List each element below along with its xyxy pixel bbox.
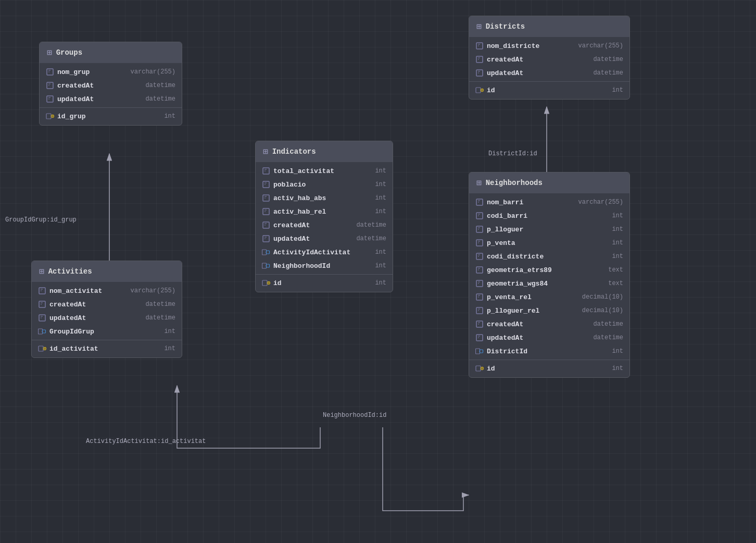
field-type-p_venta_rel: decimal(10) [582, 293, 623, 301]
table-indicators[interactable]: ⊞ Indicators total_activitat int poblaci… [255, 141, 393, 292]
svg-point-53 [482, 368, 483, 369]
pk-icon-id-neighborhoods [475, 364, 484, 373]
field-type-updatedAt-districts: datetime [593, 69, 623, 77]
relation-label-indicators-neighborhoods: NeighborhoodId:id [323, 412, 386, 419]
svg-rect-4 [46, 114, 51, 119]
svg-rect-42 [476, 267, 483, 273]
field-icon-geometria_etrs89 [475, 266, 484, 274]
field-createdAt-districts: createdAt datetime [469, 53, 629, 66]
field-icon-codi_barri [475, 212, 484, 220]
field-icon-total_activitat [262, 167, 270, 175]
svg-rect-38 [476, 213, 483, 219]
field-name-id_activitat: id_activitat [49, 345, 117, 353]
field-type-updatedAt-neighborhoods: datetime [593, 334, 623, 341]
field-icon-geometria_wgs84 [475, 279, 484, 288]
field-icon-createdAt-neighborhoods [475, 320, 484, 328]
field-createdAt-neighborhoods: createdAt datetime [469, 317, 629, 331]
table-activities[interactable]: ⊞ Activities nom_activitat varchar(255) … [31, 261, 182, 358]
table-icon-neighborhoods: ⊞ [476, 178, 482, 188]
svg-rect-13 [39, 346, 43, 351]
field-type-activ_hab_rel: int [375, 208, 386, 215]
field-nom_barri: nom_barri varchar(255) [469, 195, 629, 209]
field-icon-activ_hab_rel [262, 207, 270, 216]
field-name-p_venta_rel: p_venta_rel [487, 293, 555, 301]
svg-rect-43 [476, 280, 483, 287]
field-updatedAt-groups: updatedAt datetime [40, 92, 182, 106]
table-groups[interactable]: ⊞ Groups nom_grup varchar(255) createdAt… [39, 42, 182, 126]
field-updatedAt-activities: updatedAt datetime [32, 311, 182, 325]
field-type-createdAt-indicators: datetime [356, 221, 386, 229]
field-type-createdAt-groups: datetime [145, 82, 175, 89]
table-activities-title: Activities [48, 267, 92, 276]
table-indicators-header: ⊞ Indicators [256, 141, 393, 162]
table-neighborhoods-title: Neighborhoods [486, 179, 543, 187]
field-name-updatedAt-indicators: updatedAt [273, 235, 341, 243]
relation-label-groups-activities: GroupIdGrup:id_grup [5, 216, 77, 224]
field-geometria_etrs89: geometria_etrs89 text [469, 263, 629, 277]
field-icon-p_lloguer [475, 225, 484, 233]
field-updatedAt-neighborhoods: updatedAt datetime [469, 331, 629, 344]
field-activ_hab_abs: activ_hab_abs int [256, 191, 393, 205]
table-neighborhoods[interactable]: ⊞ Neighborhoods nom_barri varchar(255) c… [469, 172, 630, 378]
table-groups-body: nom_grup varchar(255) createdAt datetime… [40, 63, 182, 125]
svg-rect-26 [267, 264, 270, 267]
fk-icon-NeighborhoodId [262, 262, 270, 270]
svg-rect-1 [47, 69, 53, 75]
fk-icon-GroupIdGrup [38, 327, 46, 336]
pk-icon-id-indicators [262, 279, 270, 287]
field-type-id-indicators: int [375, 279, 386, 287]
field-ActivityIdActivitat: ActivityIdActivitat int [256, 245, 393, 259]
svg-rect-8 [39, 301, 45, 307]
field-type-poblacio: int [375, 181, 386, 188]
field-id_activitat: id_activitat int [32, 340, 182, 355]
svg-rect-47 [476, 335, 483, 341]
field-name-createdAt-districts: createdAt [487, 56, 555, 64]
field-icon-updatedAt-neighborhoods [475, 334, 484, 342]
table-indicators-body: total_activitat int poblacio int activ_h… [256, 162, 393, 292]
field-type-codi_barri: int [612, 212, 623, 219]
field-type-DistrictId: int [612, 348, 623, 355]
svg-rect-49 [480, 350, 483, 353]
svg-point-36 [482, 90, 483, 91]
field-type-id-districts: int [612, 87, 623, 94]
field-type-NeighborhoodId: int [375, 262, 386, 269]
table-districts[interactable]: ⊞ Districts nom_districte varchar(255) c… [469, 16, 630, 100]
svg-point-30 [268, 282, 269, 283]
table-neighborhoods-body: nom_barri varchar(255) codi_barri int p_… [469, 193, 629, 377]
pk-icon-id_activitat [38, 344, 46, 353]
field-icon-updatedAt-districts [475, 69, 484, 77]
field-name-p_venta: p_venta [487, 239, 555, 247]
field-icon-p_venta [475, 239, 484, 247]
svg-rect-20 [263, 222, 269, 228]
relation-label-indicators-activities: ActivityIdActivitat:id_activitat [86, 438, 206, 445]
svg-rect-37 [476, 199, 483, 205]
field-type-updatedAt-indicators: datetime [356, 235, 386, 242]
field-name-id-indicators: id [273, 279, 341, 287]
field-type-createdAt-districts: datetime [593, 56, 623, 63]
field-name-id-neighborhoods: id [487, 365, 555, 373]
field-total_activitat: total_activitat int [256, 164, 393, 178]
field-name-poblacio: poblacio [273, 181, 341, 189]
field-type-createdAt-neighborhoods: datetime [593, 320, 623, 328]
relation-label-neighborhoods-districts: DistrictId:id [488, 150, 537, 157]
field-geometria_wgs84: geometria_wgs84 text [469, 277, 629, 290]
svg-rect-44 [476, 294, 483, 300]
field-name-nom_districte: nom_districte [487, 42, 555, 50]
field-name-p_lloguer_rel: p_lloguer_rel [487, 307, 555, 315]
field-nom_grup: nom_grup varchar(255) [40, 65, 182, 79]
table-activities-body: nom_activitat varchar(255) createdAt dat… [32, 282, 182, 357]
field-type-GroupIdGrup: int [164, 328, 175, 335]
field-type-activ_hab_abs: int [375, 194, 386, 202]
svg-rect-45 [476, 307, 483, 314]
svg-point-15 [44, 348, 45, 349]
field-type-p_lloguer_rel: decimal(10) [582, 307, 623, 314]
field-icon-createdAt-groups [46, 81, 54, 90]
field-name-p_lloguer: p_lloguer [487, 226, 555, 233]
field-name-id_grup: id_grup [57, 113, 125, 120]
field-type-updatedAt-activities: datetime [145, 314, 175, 322]
svg-rect-17 [263, 181, 269, 188]
field-type-p_lloguer: int [612, 226, 623, 233]
table-activities-header: ⊞ Activities [32, 261, 182, 282]
field-icon-nom_districte [475, 42, 484, 50]
field-type-ActivityIdActivitat: int [375, 249, 386, 256]
